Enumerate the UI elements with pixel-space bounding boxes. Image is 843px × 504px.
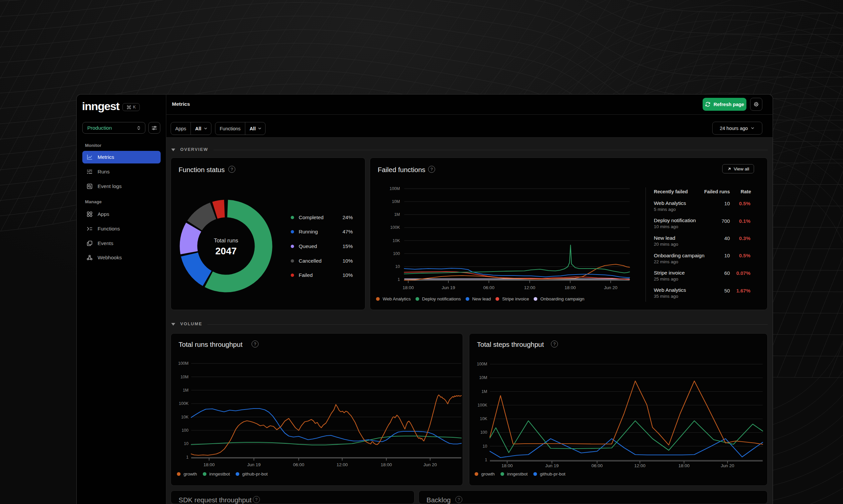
- svg-text:10M: 10M: [392, 199, 400, 204]
- svg-text:18:00: 18:00: [565, 285, 576, 290]
- svg-text:Jun 20: Jun 20: [604, 285, 618, 290]
- svg-text:1: 1: [485, 457, 487, 462]
- svg-text:06:00: 06:00: [483, 285, 495, 290]
- svg-text:18:00: 18:00: [501, 463, 513, 468]
- svg-text:06:00: 06:00: [293, 462, 304, 467]
- svg-text:10K: 10K: [181, 415, 189, 419]
- svg-text:1M: 1M: [394, 212, 400, 217]
- svg-text:06:00: 06:00: [591, 463, 603, 468]
- svg-text:100M: 100M: [178, 361, 189, 366]
- svg-text:1M: 1M: [482, 389, 487, 394]
- svg-text:10M: 10M: [180, 375, 189, 379]
- svg-text:1M: 1M: [183, 388, 189, 393]
- svg-text:Jun 19: Jun 19: [247, 462, 261, 467]
- svg-text:Jun 19: Jun 19: [442, 285, 455, 290]
- svg-text:100K: 100K: [179, 401, 189, 406]
- svg-text:12:00: 12:00: [524, 285, 535, 290]
- svg-text:Jun 20: Jun 20: [721, 463, 735, 468]
- svg-text:10: 10: [483, 444, 487, 449]
- svg-text:12:00: 12:00: [337, 462, 348, 467]
- svg-text:1: 1: [398, 277, 400, 282]
- svg-text:100M: 100M: [477, 362, 487, 366]
- svg-text:100M: 100M: [390, 186, 400, 191]
- svg-text:100: 100: [393, 251, 400, 256]
- svg-text:1: 1: [186, 455, 189, 460]
- svg-text:100K: 100K: [478, 403, 487, 408]
- svg-text:10M: 10M: [479, 375, 487, 380]
- svg-text:18:00: 18:00: [678, 463, 690, 468]
- svg-text:100: 100: [480, 430, 487, 435]
- svg-text:100: 100: [182, 428, 189, 433]
- svg-text:10: 10: [184, 441, 189, 446]
- svg-text:10K: 10K: [393, 238, 400, 243]
- svg-text:18:00: 18:00: [381, 462, 392, 467]
- svg-text:Jun 20: Jun 20: [424, 462, 437, 467]
- svg-text:10K: 10K: [480, 416, 487, 421]
- svg-text:Jun 19: Jun 19: [545, 463, 559, 468]
- svg-text:18:00: 18:00: [204, 462, 215, 467]
- svg-text:12:00: 12:00: [634, 463, 646, 468]
- svg-text:100K: 100K: [390, 225, 400, 230]
- svg-text:18:00: 18:00: [402, 285, 414, 290]
- svg-text:10: 10: [395, 264, 400, 269]
